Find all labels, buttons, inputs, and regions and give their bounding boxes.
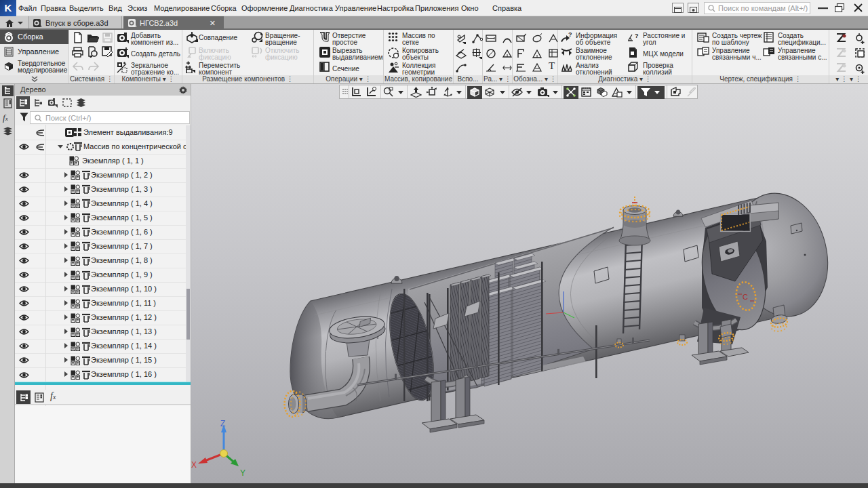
svg-text:?: ? (635, 33, 639, 39)
svg-text:Y: Y (240, 468, 245, 478)
svg-text:Z: Z (220, 419, 225, 428)
svg-text:C: C (743, 293, 748, 301)
svg-text:?: ? (568, 32, 572, 38)
svg-text:X: X (191, 460, 197, 470)
